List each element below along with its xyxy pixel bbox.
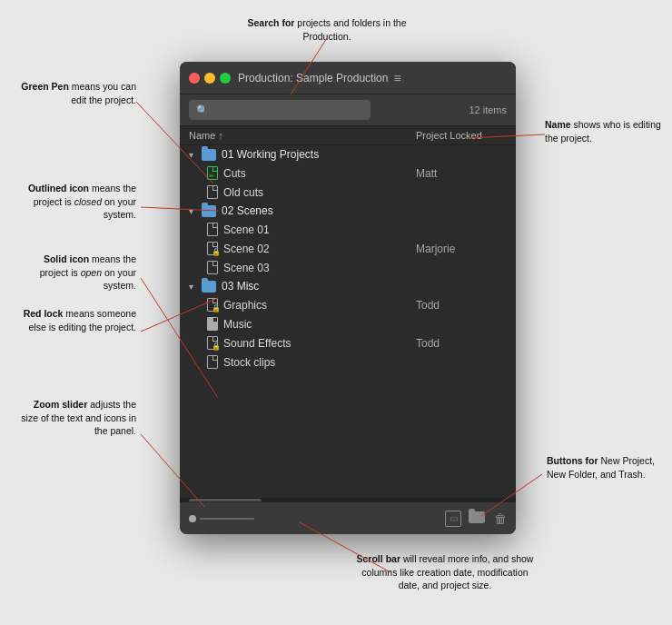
red-lock-icon: 🔒 (212, 304, 221, 312)
sort-icon: ↑ (218, 130, 223, 141)
list-item[interactable]: Music (180, 314, 516, 333)
bottom-toolbar: ▭ 🗑 (180, 501, 516, 534)
maximize-button[interactable] (220, 73, 231, 84)
name-label: Name (189, 130, 215, 141)
annotation-scrollbar: Scroll bar will reveal more info, and sh… (354, 552, 536, 592)
annotation-name-col: Name shows who is editing the project. (545, 118, 663, 144)
list-item[interactable]: 🔒 Sound Effects Todd (180, 333, 516, 352)
locker-name: Todd (416, 337, 507, 350)
item-name: Sound Effects (223, 337, 416, 350)
list-item[interactable]: 🔒 Scene 02 Marjorie (180, 239, 516, 258)
folder-btn-icon (469, 511, 485, 523)
list-item[interactable]: 🔒 Graphics Todd (180, 295, 516, 314)
traffic-lights (189, 73, 231, 84)
new-folder-button[interactable] (469, 511, 487, 525)
pen-mark: ✏ (209, 173, 214, 178)
search-bar: 🔍 12 items (180, 94, 516, 126)
search-input-wrap[interactable]: 🔍 (189, 100, 371, 120)
item-name: Old cuts (223, 186, 416, 199)
items-count: 12 items (469, 104, 507, 115)
zoom-slider[interactable] (189, 515, 254, 522)
folder-name: 02 Scenes (222, 204, 507, 217)
outlined-doc-icon (207, 261, 218, 274)
close-button[interactable] (189, 73, 200, 84)
production-window: Production: Sample Production ≡ 🔍 12 ite… (180, 62, 516, 534)
list-item[interactable]: Old cuts (180, 183, 516, 202)
annotation-zoom: Zoom slider adjusts the size of the text… (18, 398, 136, 438)
list-item[interactable]: Stock clips (180, 352, 516, 372)
annotation-buttons: Buttons for New Project, New Folder, and… (547, 454, 665, 481)
chevron-down-icon: ▾ (189, 206, 198, 216)
new-project-button[interactable]: ▭ (445, 511, 461, 527)
search-icon: 🔍 (196, 104, 209, 116)
item-name: Graphics (223, 299, 416, 312)
item-name: Scene 01 (223, 223, 416, 236)
locker-name: Marjorie (416, 243, 507, 255)
item-name: Stock clips (223, 356, 416, 369)
zoom-dot (189, 515, 196, 522)
window-title: Production: Sample Production ≡ (238, 71, 507, 85)
list-item[interactable]: ✏ Cuts Matt (180, 164, 516, 183)
new-project-icon: ▭ (450, 513, 458, 523)
annotation-search: Search for projects and folders in the P… (245, 16, 409, 43)
locker-name: Matt (416, 167, 507, 180)
folder-name: 03 Misc (222, 280, 507, 293)
item-name: Cuts (223, 167, 416, 180)
trash-button[interactable]: 🗑 (494, 511, 507, 526)
titlebar: Production: Sample Production ≡ (180, 62, 516, 94)
file-list[interactable]: ▾ 01 Working Projects ✏ Cuts Matt Old cu… (180, 145, 516, 498)
list-item[interactable]: Scene 03 (180, 258, 516, 277)
red-lock-icon: 🔒 (212, 342, 221, 351)
toolbar-buttons: ▭ 🗑 (445, 511, 507, 527)
red-lock-icon: 🔒 (212, 248, 221, 256)
outlined-doc-icon (207, 185, 218, 199)
chevron-down-icon: ▾ (189, 150, 198, 160)
solid-doc-icon (207, 317, 218, 331)
locked-doc-icon: 🔒 (207, 298, 218, 312)
folder-icon (202, 281, 216, 293)
annotation-solid: Solid icon means the project is open on … (18, 253, 136, 293)
item-name: Scene 03 (223, 262, 416, 274)
folder-icon (202, 149, 216, 161)
annotation-outlined: Outlined icon means the project is close… (18, 182, 136, 222)
item-name: Scene 02 (223, 243, 416, 255)
locker-name: Todd (416, 299, 507, 312)
folder-icon (202, 205, 216, 217)
annotation-green-pen: Green Pen means you can edit the project… (18, 80, 136, 106)
column-headers: Name ↑ Project Locked (180, 126, 516, 145)
annotation-red-lock: Red lock means someone else is editing t… (18, 307, 136, 333)
item-name: Music (223, 318, 416, 331)
name-column-header[interactable]: Name ↑ (189, 130, 416, 141)
title-label: Production: Sample Production (238, 72, 388, 84)
locked-column-header: Project Locked (416, 130, 507, 141)
list-item[interactable]: Scene 01 (180, 220, 516, 239)
locked-doc-icon: 🔒 (207, 336, 218, 350)
minimize-button[interactable] (204, 73, 215, 84)
menu-icon[interactable]: ≡ (393, 71, 400, 85)
outlined-doc-icon (207, 223, 218, 236)
folder-row[interactable]: ▾ 03 Misc (180, 277, 516, 295)
zoom-track (200, 518, 254, 520)
locked-doc-icon: 🔒 (207, 242, 218, 255)
folder-row[interactable]: ▾ 01 Working Projects (180, 145, 516, 164)
outlined-doc-icon (207, 355, 218, 369)
folder-row[interactable]: ▾ 02 Scenes (180, 202, 516, 220)
folder-name: 01 Working Projects (222, 148, 507, 161)
green-pen-icon: ✏ (207, 166, 218, 180)
chevron-down-icon: ▾ (189, 282, 198, 292)
